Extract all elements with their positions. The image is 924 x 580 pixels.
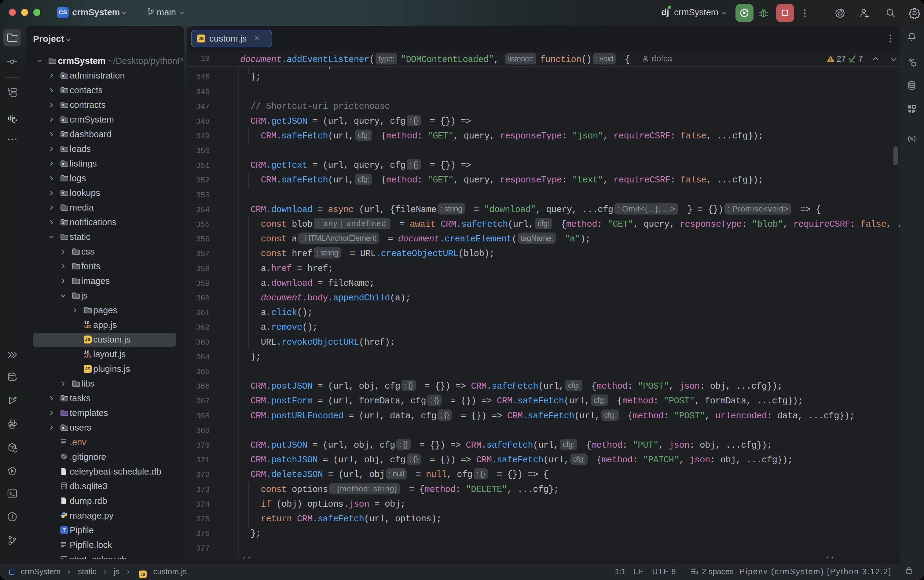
svg-text:dj: dj <box>8 114 14 122</box>
